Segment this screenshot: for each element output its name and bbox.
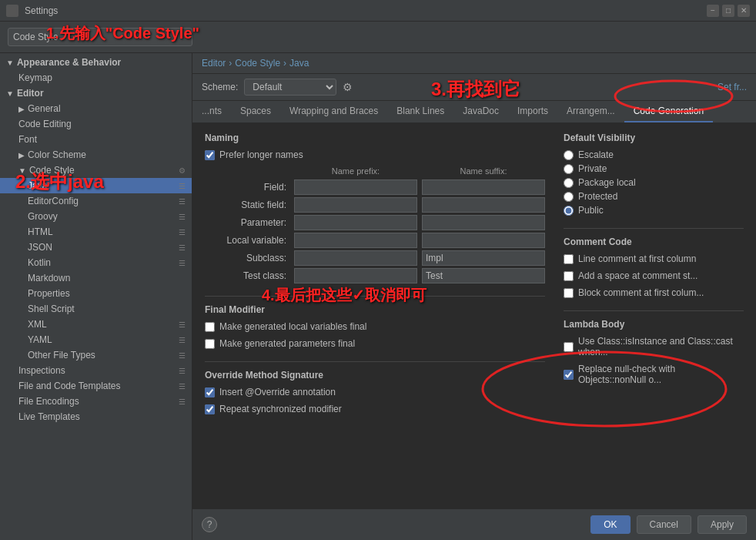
tab-javadoc[interactable]: JavaDoc <box>453 101 508 122</box>
field-label: Field: <box>205 182 289 193</box>
sidebar-item-json[interactable]: JSON ☰ <box>0 240 192 255</box>
field-prefix-input[interactable] <box>294 179 417 195</box>
final-modifier-section: Final Modifier Make generated local vari… <box>205 304 545 349</box>
local-var-prefix-input[interactable] <box>294 233 417 248</box>
sidebar-item-color-scheme[interactable]: ▶ Color Scheme <box>0 147 192 163</box>
tab-wrapping[interactable]: Wrapping and Braces <box>280 101 387 122</box>
html-icon: ☰ <box>179 228 186 236</box>
sidebar-item-other-file-types[interactable]: Other File Types ☰ <box>0 347 192 363</box>
subclass-label: Subclass: <box>205 253 289 263</box>
editorconfig-icon: ☰ <box>179 197 186 206</box>
local-vars-final-label: Make generated local variables final <box>219 321 366 332</box>
override-annotation-label: Insert @Override annotation <box>219 387 336 397</box>
sidebar-item-file-encodings[interactable]: File Encodings ☰ <box>0 394 192 409</box>
sidebar-item-general[interactable]: ▶ General <box>0 101 192 116</box>
block-comment-first-checkbox[interactable] <box>564 288 574 298</box>
sidebar-item-code-editing[interactable]: Code Editing <box>0 116 192 132</box>
block-comment-first-row: Block comment at first colum... <box>564 287 744 298</box>
sidebar-item-editorconfig[interactable]: EditorConfig ☰ <box>0 193 192 209</box>
cancel-button[interactable]: Cancel <box>637 515 691 534</box>
other-icon: ☰ <box>179 351 186 360</box>
prefer-longer-names-label: Prefer longer names <box>219 149 303 160</box>
prefer-longer-names-checkbox[interactable] <box>205 150 215 160</box>
sidebar-item-inspections[interactable]: Inspections ☰ <box>0 363 192 378</box>
scheme-bar: Scheme: Default ⚙ Set fr... <box>192 74 756 101</box>
parameter-suffix-input[interactable] <box>422 215 545 230</box>
local-vars-final-checkbox[interactable] <box>205 322 215 332</box>
inspections-icon: ☰ <box>179 367 186 375</box>
override-annotation-checkbox[interactable] <box>205 387 215 397</box>
maximize-button[interactable]: □ <box>722 5 734 17</box>
sidebar-item-live-templates[interactable]: Live Templates <box>0 409 192 424</box>
apply-button[interactable]: Apply <box>697 515 747 534</box>
sidebar-item-code-style[interactable]: ▼ Code Style ⚙ <box>0 163 192 178</box>
subclass-suffix-input[interactable] <box>422 250 545 266</box>
local-var-suffix-input[interactable] <box>422 233 545 248</box>
field-suffix-input[interactable] <box>422 179 545 195</box>
tab-code-generation[interactable]: Code Generation <box>624 101 713 122</box>
arrow-icon-code-style: ▼ <box>18 166 26 175</box>
set-from-link[interactable]: Set fr... <box>718 82 747 92</box>
static-field-prefix-input[interactable] <box>294 197 417 213</box>
sidebar-section: ▼ Appearance & Behavior Keymap ▼ Editor … <box>0 53 192 426</box>
escalate-radio[interactable] <box>564 150 574 160</box>
tab-arrangement[interactable]: Arrangem... <box>557 101 624 122</box>
groovy-icon: ☰ <box>179 213 186 221</box>
sidebar-item-groovy[interactable]: Groovy ☰ <box>0 209 192 224</box>
java-icon: ☰ <box>179 182 186 190</box>
private-radio[interactable] <box>564 164 574 174</box>
sidebar-item-appearance[interactable]: ▼ Appearance & Behavior <box>0 55 192 70</box>
tab-tabs[interactable]: ...nts <box>192 101 231 122</box>
sidebar-item-editor[interactable]: ▼ Editor <box>0 86 192 101</box>
arrow-icon: ▼ <box>6 59 14 67</box>
prefix-header: Name prefix: <box>294 166 417 177</box>
minimize-button[interactable]: − <box>707 5 719 17</box>
sidebar-item-keymap[interactable]: Keymap <box>0 70 192 86</box>
window-controls: − □ ✕ <box>707 5 750 17</box>
sidebar-item-xml[interactable]: XML ☰ <box>0 317 192 332</box>
sidebar-item-kotlin[interactable]: Kotlin ☰ <box>0 255 192 270</box>
help-button[interactable]: ? <box>202 517 217 532</box>
test-class-suffix-input[interactable] <box>422 268 545 283</box>
breadcrumb-sep-2: › <box>283 58 286 69</box>
static-field-suffix-input[interactable] <box>422 197 545 213</box>
scheme-select[interactable]: Default <box>244 79 336 96</box>
isinstance-checkbox[interactable] <box>564 342 574 352</box>
close-button[interactable]: ✕ <box>738 5 750 17</box>
left-column: Naming Prefer longer names Name prefix: … <box>205 132 545 427</box>
naming-section: Naming Prefer longer names Name prefix: … <box>205 132 545 283</box>
sidebar-item-yaml[interactable]: YAML ☰ <box>0 332 192 347</box>
sidebar-item-java[interactable]: Java ☰ <box>0 178 192 193</box>
right-column: Default Visibility Escalate Private <box>564 132 744 427</box>
synchronized-modifier-checkbox[interactable] <box>205 404 215 414</box>
public-radio[interactable] <box>564 206 574 216</box>
params-final-checkbox[interactable] <box>205 339 215 349</box>
null-check-checkbox[interactable] <box>564 370 574 380</box>
sidebar-item-html[interactable]: HTML ☰ <box>0 224 192 240</box>
search-input[interactable] <box>8 28 192 46</box>
sidebar-item-file-code-templates[interactable]: File and Code Templates ☰ <box>0 378 192 394</box>
tab-spaces[interactable]: Spaces <box>231 101 280 122</box>
subclass-prefix-input[interactable] <box>294 250 417 266</box>
ok-button[interactable]: OK <box>590 515 630 534</box>
sidebar-item-properties[interactable]: Properties <box>0 286 192 301</box>
test-class-prefix-input[interactable] <box>294 268 417 283</box>
line-comment-first-row: Line comment at first column <box>564 253 744 264</box>
scheme-gear-icon[interactable]: ⚙ <box>343 81 353 93</box>
isinstance-row: Use Class::isInstance and Class::cast wh… <box>564 336 744 357</box>
space-at-comment-checkbox[interactable] <box>564 271 574 281</box>
separator-3 <box>564 228 744 229</box>
package-local-radio[interactable] <box>564 178 574 188</box>
tab-blank-lines[interactable]: Blank Lines <box>387 101 453 122</box>
content-grid: Naming Prefer longer names Name prefix: … <box>205 132 744 427</box>
protected-radio[interactable] <box>564 192 574 202</box>
parameter-prefix-input[interactable] <box>294 215 417 230</box>
sidebar-item-font[interactable]: Font <box>0 132 192 147</box>
line-comment-first-checkbox[interactable] <box>564 254 574 264</box>
main-content: ▼ Appearance & Behavior Keymap ▼ Editor … <box>0 53 756 540</box>
sidebar-item-shell-script[interactable]: Shell Script <box>0 301 192 317</box>
escalate-label: Escalate <box>578 149 614 160</box>
private-row: Private <box>564 163 744 174</box>
tab-imports[interactable]: Imports <box>508 101 557 122</box>
sidebar-item-markdown[interactable]: Markdown <box>0 270 192 286</box>
